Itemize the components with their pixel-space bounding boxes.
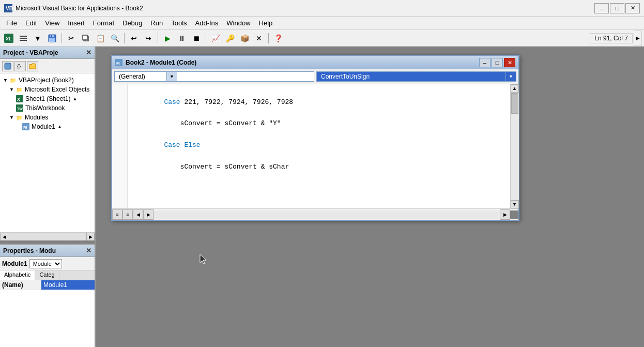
toolbar-undo-button[interactable]: ↩ [127, 32, 141, 44]
maximize-button[interactable]: □ [610, 3, 624, 13]
toolbar-status: Ln 91, Col 7 [590, 33, 633, 43]
h-scroll-left[interactable]: ◀ [0, 233, 8, 241]
menu-insert[interactable]: Insert [64, 18, 89, 28]
tree-item-modules-folder[interactable]: ▼ 📁 Modules [8, 113, 93, 122]
toolbar-save-button[interactable] [45, 32, 59, 44]
code-object-dropdown[interactable]: (General) ▼ [114, 71, 314, 82]
code-scroll-up[interactable]: ▲ [511, 84, 519, 93]
code-scroll-thumb[interactable] [511, 93, 518, 114]
menu-edit[interactable]: Edit [21, 18, 41, 28]
footer-btn-scroll-right[interactable]: ▶ [143, 209, 154, 220]
tree-expand-module1[interactable]: ▲ [57, 124, 62, 129]
toolbar-stop-button[interactable]: ⏹ [190, 32, 203, 44]
title-bar-left: VB Microsoft Visual Basic for Applicatio… [4, 4, 143, 12]
toolbar-sep-3 [158, 33, 158, 43]
code-window-title: Book2 - Module1 (Code) [126, 59, 196, 66]
svg-rect-5 [20, 38, 27, 39]
menu-help[interactable]: Help [255, 18, 277, 28]
code-proc-dropdown[interactable]: ConvertToUnSign ▼ [316, 71, 516, 82]
props-tab-alphabetic[interactable]: Alphabetic [0, 270, 35, 280]
project-panel-close[interactable]: ✕ [86, 49, 91, 56]
mouse-cursor [199, 253, 209, 267]
tree-icon-module1: M [22, 123, 30, 131]
menu-addins[interactable]: Add-Ins [191, 18, 223, 28]
code-scroll-track[interactable] [511, 93, 519, 200]
props-panel-title: Properties - Modu [3, 247, 56, 254]
panel-view-objects-btn[interactable] [2, 61, 13, 71]
toolbar-package-button[interactable]: 📦 [238, 32, 251, 44]
toolbar-scroll-btn[interactable]: ▶ [634, 31, 642, 46]
footer-btn-align-left[interactable]: ≡ [112, 209, 122, 220]
toolbar-sep-4 [206, 33, 206, 43]
h-scroll-track[interactable] [8, 233, 86, 241]
toolbar-view-btn[interactable] [17, 32, 30, 44]
toolbar-paste-button[interactable]: 📋 [94, 32, 107, 44]
menu-run[interactable]: Run [146, 18, 167, 28]
svg-text:XL: XL [6, 36, 12, 41]
minimize-button[interactable]: – [594, 3, 609, 13]
svg-rect-6 [20, 40, 27, 41]
menu-tools[interactable]: Tools [167, 18, 191, 28]
toolbar-dropdown-arrow[interactable]: ▼ [31, 32, 44, 44]
code-scroll-down[interactable]: ▼ [511, 200, 519, 208]
code-maximize-button[interactable]: □ [492, 58, 503, 67]
toolbar: XL ▼ ✂ 📋 🔍 ↩ ↪ ▶ ⏸ ⏹ 📈 🔑 📦 ✕ ❓ Ln 91, Co… [0, 30, 644, 47]
left-panel: Project - VBAProje ✕ {} ▼ 📁 VBAProject (… [0, 47, 96, 347]
tree-label-modules: Modules [25, 114, 48, 121]
code-line-4: sConvert = sConvert & "Y" [132, 118, 506, 129]
toolbar-chart-button[interactable]: 📈 [209, 32, 222, 44]
toolbar-copy-button[interactable] [79, 32, 93, 44]
tree-expand-vbaproject[interactable]: ▼ [3, 78, 8, 83]
toolbar-excel-button[interactable]: XL [2, 32, 16, 44]
menu-window[interactable]: Window [222, 18, 254, 28]
h-scroll-right[interactable]: ▶ [86, 233, 95, 241]
close-button[interactable]: ✕ [625, 3, 640, 13]
menu-file[interactable]: File [2, 18, 21, 28]
app-icon: VB [4, 4, 12, 12]
tree-expand-sheet[interactable]: ▲ [72, 96, 77, 101]
props-object-name: Module1 [2, 260, 27, 267]
menu-view[interactable]: View [41, 18, 64, 28]
code-close-button[interactable]: ✕ [504, 58, 515, 67]
code-h-scroll[interactable] [154, 210, 500, 219]
title-bar: VB Microsoft Visual Basic for Applicatio… [0, 0, 644, 17]
code-title-left: M Book2 - Module1 (Code) [115, 59, 196, 66]
code-proc-arrow[interactable]: ▼ [505, 72, 516, 81]
menu-debug[interactable]: Debug [118, 18, 146, 28]
toolbar-find-button[interactable]: 🔍 [108, 32, 121, 44]
tree-expand-modules[interactable]: ▼ [9, 115, 14, 120]
toolbar-key-button[interactable]: 🔑 [223, 32, 237, 44]
tree-item-module1[interactable]: M Module1 ▲ [21, 122, 93, 131]
footer-btn-scroll-left[interactable]: ◀ [133, 209, 143, 220]
code-line-5 [132, 129, 506, 140]
toolbar-cut-button[interactable]: ✂ [65, 32, 78, 44]
toolbar-redo-button[interactable]: ↪ [142, 32, 155, 44]
tree-expand-excel-objects[interactable]: ▼ [9, 87, 14, 92]
toolbar-run-button[interactable]: ▶ [161, 32, 174, 44]
tree-item-sheet[interactable]: X Sheet1 (Sheet1) ▲ [14, 94, 93, 103]
toolbar-sep-2 [124, 33, 125, 43]
code-line-7 [132, 151, 506, 162]
tree-item-vbaprojec[interactable]: ▼ 📁 VBAProject (Book2) [2, 76, 93, 85]
code-vscroll: ▲ ▼ [510, 84, 518, 208]
tree-item-thisworkbook[interactable]: TW ThisWorkbook [14, 103, 93, 113]
props-type-select[interactable]: Module [29, 259, 62, 268]
footer-btn-align-center[interactable]: ≡ [122, 209, 133, 220]
panel-toggle-folders-btn[interactable] [27, 61, 38, 71]
props-tabs: Alphabetic Categ [0, 270, 95, 280]
toolbar-x-button[interactable]: ✕ [252, 32, 266, 44]
props-panel-close[interactable]: ✕ [86, 247, 91, 254]
toolbar-pause-button[interactable]: ⏸ [175, 32, 189, 44]
props-tab-categorized[interactable]: Categ [35, 270, 59, 280]
toolbar-help-button[interactable]: ❓ [271, 32, 285, 44]
project-panel-title: Project - VBAProje [3, 49, 58, 56]
code-object-arrow[interactable]: ▼ [166, 72, 177, 81]
code-minimize-button[interactable]: – [479, 58, 490, 67]
footer-btn-right[interactable]: ▶ [500, 209, 510, 220]
code-line-3 [132, 108, 506, 119]
menu-format[interactable]: Format [89, 18, 118, 28]
code-content[interactable]: Case 221, 7922, 7924, 7926, 7928 sConver… [128, 84, 510, 208]
tree-item-microsoft-excel-objects[interactable]: ▼ 📁 Microsoft Excel Objects [8, 85, 93, 94]
tree-icon-modules-folder: 📁 [15, 113, 23, 122]
panel-view-code-btn[interactable]: {} [14, 61, 26, 71]
